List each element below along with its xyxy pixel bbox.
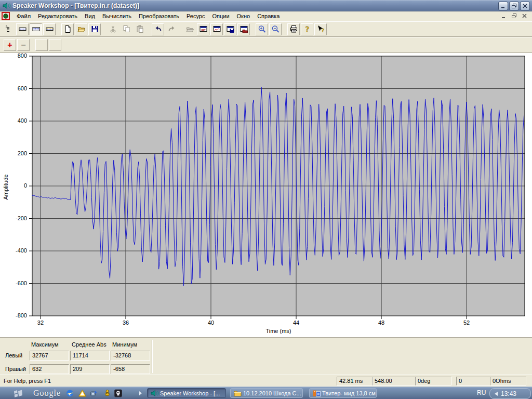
view-values-button[interactable] (16, 23, 29, 35)
google-toolbar-label[interactable]: Google (33, 389, 61, 398)
speaker-icon (150, 389, 158, 397)
export-chart-button[interactable] (237, 23, 250, 35)
toolbar-separator (101, 23, 106, 35)
menu-item-4[interactable]: Вычислить (99, 12, 135, 20)
blank-button-1 (35, 39, 48, 51)
mdi-close-button[interactable] (520, 12, 529, 20)
save-chart-button[interactable] (224, 23, 236, 35)
save-file-icon (90, 25, 99, 33)
language-indicator[interactable]: RU (477, 389, 486, 396)
task-button-2[interactable]: 10.12.2010 Шкода С... (230, 388, 303, 398)
skull-app-icon[interactable] (114, 389, 122, 397)
print-button[interactable] (287, 23, 300, 35)
restore-button[interactable] (509, 2, 519, 10)
y-tick-label: -200 (0, 215, 27, 221)
task-button-3[interactable]: Твитер- мид 13,8 см ... (309, 388, 377, 398)
menu-item-8[interactable]: Окно (233, 12, 254, 20)
menu-item-1[interactable]: Файл (13, 12, 34, 20)
paste-icon (136, 25, 144, 33)
stat-value-field[interactable]: 32767 (30, 351, 69, 361)
y-tick-label: -800 (0, 312, 27, 318)
quick-launch-expand-icon[interactable] (139, 391, 142, 395)
hide-tray-icons-icon[interactable] (495, 392, 498, 396)
stat-value-field[interactable]: 632 (30, 364, 69, 374)
menu-item-9[interactable]: Справка (254, 12, 283, 20)
add-dataset-button[interactable]: + (4, 39, 16, 51)
close-button[interactable] (520, 2, 530, 10)
stats-divider (152, 340, 153, 373)
robot-app-icon[interactable] (103, 389, 111, 397)
mdi-minimize-icon (501, 13, 507, 19)
view-grid-button[interactable] (30, 23, 42, 35)
delta-app-icon[interactable] (78, 389, 86, 397)
y-tick-label: 800 (0, 52, 27, 59)
task-button-label: Speaker Workshop - [... (160, 390, 220, 396)
minimize-button[interactable] (498, 2, 508, 10)
view-colored-button[interactable] (43, 23, 56, 35)
x-tick-label: 36 (115, 320, 136, 326)
stat-column-header: Минимум (112, 341, 137, 348)
window-title: Speaker Workshop - [Твитер.in.r (dataset… (12, 2, 139, 9)
cut-button (107, 23, 119, 35)
remove-dataset-button[interactable]: − (17, 39, 30, 51)
menu-items: ФайлРедактироватьВидВычислитьПреобразова… (13, 12, 283, 20)
zoom-in-button[interactable] (256, 23, 268, 35)
svg-text:e: e (69, 390, 71, 396)
window-controls (498, 2, 530, 10)
x-tick-label: 32 (30, 320, 51, 326)
new-file-button[interactable] (61, 23, 74, 35)
status-panel-5: 0Ohms (490, 377, 526, 385)
x-tick-label: 44 (286, 320, 307, 326)
stat-value-field[interactable]: 209 (70, 364, 110, 374)
svg-text:?: ? (321, 27, 324, 33)
windows-flag-icon[interactable] (14, 389, 22, 397)
copy-button (120, 23, 132, 35)
task-button-1[interactable]: Speaker Workshop - [... (147, 388, 226, 398)
internet-explorer-icon[interactable]: e (65, 389, 74, 397)
x-tick-label: 40 (201, 320, 221, 326)
datasheet-tree-button[interactable] (3, 23, 15, 35)
x-tick-label: 48 (371, 320, 392, 326)
menu-item-2[interactable]: Редактировать (34, 12, 81, 20)
zoom-out-button[interactable] (269, 23, 282, 35)
task-button-label: Твитер- мид 13,8 см ... (322, 390, 377, 396)
menu-item-3[interactable]: Вид (81, 12, 99, 20)
status-help-text: For Help, press F1 (4, 378, 51, 384)
view-grid-icon (32, 25, 41, 33)
stat-value-field[interactable]: -658 (111, 364, 150, 374)
save-file-button[interactable] (88, 23, 101, 35)
new-file-icon (63, 25, 72, 33)
context-help-button[interactable]: ? (314, 23, 327, 35)
stat-column-header: Максимум (31, 341, 59, 348)
menu-item-7[interactable]: Опции (208, 12, 233, 20)
x-tick-label: 52 (456, 320, 477, 326)
menu-item-6[interactable]: Ресурс (183, 12, 208, 20)
menu-item-5[interactable]: Преобразовать (135, 12, 183, 20)
stat-value-field[interactable]: 11714 (70, 351, 110, 361)
save-chart-icon (226, 25, 235, 33)
svg-text:?: ? (305, 25, 309, 33)
chart-window-button[interactable] (210, 23, 223, 35)
help-button[interactable]: ? (301, 23, 313, 35)
open-file-icon (77, 25, 86, 33)
y-tick-label: 200 (0, 150, 27, 156)
tray-clock[interactable]: 13:43 (489, 388, 531, 399)
open-file-button[interactable] (75, 23, 87, 35)
stat-value-field[interactable]: -32768 (111, 351, 150, 361)
mdi-restore-button[interactable] (510, 12, 518, 20)
close-icon (522, 3, 528, 9)
datasheet-tree-icon (5, 25, 14, 33)
properties-window-button[interactable] (197, 23, 209, 35)
screen: Speaker Workshop - [Твитер.in.r (dataset… (0, 0, 532, 399)
phone-app-icon[interactable] (89, 389, 98, 397)
status-panel-4: 0 (456, 377, 490, 385)
title-bar: Speaker Workshop - [Твитер.in.r (dataset… (0, 0, 532, 11)
status-bar: For Help, press F1 42.81 ms548.000deg00O… (0, 375, 532, 387)
view-colored-icon (45, 25, 54, 33)
undo-button[interactable] (152, 23, 164, 35)
mdi-minimize-button[interactable] (499, 12, 508, 20)
waveform-plot[interactable] (32, 56, 525, 316)
menu-bar: ФайлРедактироватьВидВычислитьПреобразова… (0, 11, 532, 21)
cut-icon (109, 25, 117, 33)
stat-column-header: Среднее Abs (72, 341, 107, 348)
